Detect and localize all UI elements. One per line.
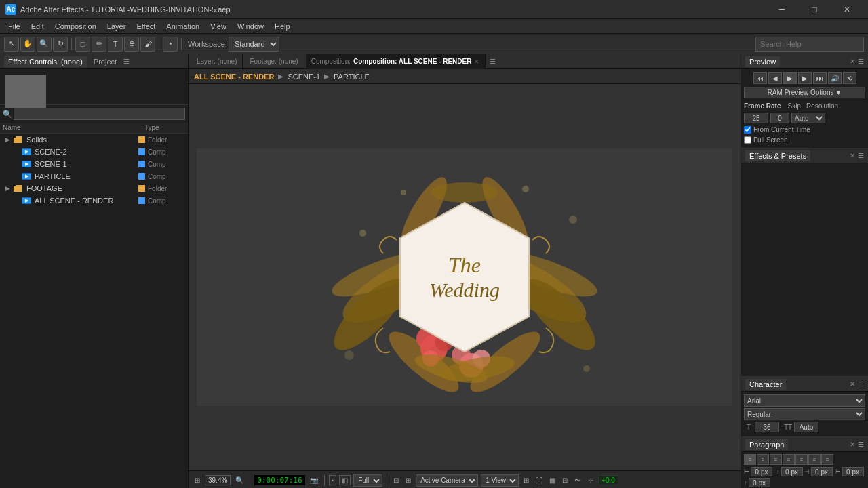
minimize-button[interactable]: ─ <box>766 0 797 19</box>
project-item-allscene[interactable]: ▶ ALL SCENE - RENDER Comp <box>0 195 188 207</box>
space-after-input[interactable] <box>781 467 803 476</box>
menu-effect[interactable]: Effect <box>131 19 161 34</box>
next-frame-btn[interactable]: ▶ <box>798 72 812 84</box>
project-item-scene1[interactable]: ▶ SCENE-1 Comp <box>0 158 188 170</box>
character-panel-menu[interactable]: ☰ <box>858 380 864 388</box>
align-left-btn[interactable]: ≡ <box>744 454 756 465</box>
breadcrumb-allscene[interactable]: ALL SCENE - RENDER <box>194 73 274 81</box>
font-family-select[interactable]: Arial <box>744 394 865 407</box>
audio-btn[interactable]: 🔊 <box>828 72 842 84</box>
project-item-particle[interactable]: ▶ PARTICLE Comp <box>0 170 188 182</box>
camera-select[interactable]: Active Camera <box>416 474 478 487</box>
effect-controls-tab[interactable]: Effect Controls: (none) <box>4 56 87 67</box>
preview-panel-menu[interactable]: ☰ <box>858 58 864 65</box>
menu-file[interactable]: File <box>3 19 26 34</box>
panel-menu-icon[interactable]: ☰ <box>123 58 130 65</box>
quality-select[interactable]: Full <box>353 474 382 487</box>
mask-btn[interactable]: ⊡ <box>560 476 570 485</box>
menu-composition[interactable]: Composition <box>50 19 102 34</box>
tool-clone[interactable]: ⊕ <box>124 37 139 52</box>
align-center-btn[interactable]: ≡ <box>757 454 769 465</box>
comp-panel-menu[interactable]: ☰ <box>490 58 496 65</box>
indent-left-input[interactable] <box>751 467 772 476</box>
effects-panel-close[interactable]: ✕ <box>850 152 855 159</box>
viewer-grid-btn[interactable]: ⊞ <box>193 476 202 485</box>
breadcrumb-scene1[interactable]: SCENE-1 <box>288 73 320 81</box>
space-before-input[interactable] <box>749 478 770 487</box>
leading-input[interactable] <box>794 422 818 432</box>
roi-btn[interactable]: ⊡ <box>391 476 401 485</box>
maximize-button[interactable]: □ <box>799 0 830 19</box>
safe-zones-btn[interactable]: ▦ <box>547 476 557 485</box>
project-item-scene2[interactable]: ▶ SCENE-2 Comp <box>0 146 188 158</box>
skip-value-input[interactable] <box>770 113 789 123</box>
search-help-input[interactable] <box>755 37 864 52</box>
prev-frame-btn[interactable]: ◀ <box>768 72 782 84</box>
effects-panel-menu[interactable]: ☰ <box>858 152 864 159</box>
motion-btn[interactable]: 〜 <box>572 475 583 486</box>
viewer-toolbar: ⊞ 39.4% 🔍 0:00:07:16 📷 ▪ ◧ Full ⊡ ⊞ Acti… <box>189 470 741 488</box>
svg-point-21 <box>569 216 577 224</box>
paragraph-panel-close[interactable]: ✕ <box>850 441 855 448</box>
go-to-end-btn[interactable]: ⏭ <box>813 72 827 84</box>
viewer-zoom-icon[interactable]: 🔍 <box>233 476 245 485</box>
menu-layer[interactable]: Layer <box>102 19 132 34</box>
font-size-input[interactable] <box>755 422 779 432</box>
justify-center-btn[interactable]: ≡ <box>795 454 808 465</box>
workspace-select[interactable]: Standard <box>229 37 279 52</box>
tool-select[interactable]: ↖ <box>4 37 19 52</box>
tool-puppet[interactable]: ⋆ <box>163 37 178 52</box>
ram-preview-btn[interactable]: RAM Preview Options ▼ <box>744 87 865 98</box>
close-button[interactable]: ✕ <box>831 0 863 19</box>
project-item-footage[interactable]: ▶ FOOTAGE Folder <box>0 182 188 195</box>
font-style-select[interactable]: Regular <box>744 408 865 420</box>
play-btn[interactable]: ▶ <box>783 72 797 84</box>
menu-view[interactable]: View <box>205 19 232 34</box>
fps-value-input[interactable] <box>744 113 768 123</box>
tool-pen[interactable]: ✏ <box>92 37 106 52</box>
tool-paint[interactable]: 🖌 <box>140 37 155 52</box>
paragraph-tab[interactable]: Paragraph <box>745 439 788 450</box>
comp-tab-close[interactable]: ✕ <box>474 58 479 65</box>
menu-edit[interactable]: Edit <box>26 19 50 34</box>
go-to-start-btn[interactable]: ⏮ <box>753 72 767 84</box>
menu-window[interactable]: Window <box>232 19 269 34</box>
tool-shape-rect[interactable]: □ <box>75 37 90 52</box>
character-panel-close[interactable]: ✕ <box>850 380 855 388</box>
tool-rotate[interactable]: ↻ <box>53 37 68 52</box>
viewer-cam-btn[interactable]: 📷 <box>308 476 320 485</box>
resolution-select[interactable]: Auto <box>791 113 825 123</box>
item-name: FOOTAGE <box>26 184 136 192</box>
menu-help[interactable]: Help <box>269 19 296 34</box>
full-screen-checkbox[interactable] <box>744 136 751 144</box>
from-current-time-checkbox[interactable] <box>744 126 751 134</box>
paragraph-panel-menu[interactable]: ☰ <box>858 441 864 448</box>
menu-animation[interactable]: Animation <box>161 19 205 34</box>
from-current-time-label: From Current Time <box>753 126 810 134</box>
layout-btn[interactable]: ⊞ <box>521 476 531 485</box>
project-item-solids[interactable]: ▶ Solids Folder <box>0 134 188 146</box>
grid-overlay-btn[interactable]: ⊞ <box>403 476 413 485</box>
project-tab[interactable]: Project <box>90 56 121 67</box>
fullscreen-btn[interactable]: ⛶ <box>534 476 545 485</box>
composition-viewer[interactable]: The Wedding <box>189 84 741 470</box>
loop-btn[interactable]: ⟲ <box>843 72 856 84</box>
indent-left2-input[interactable] <box>842 467 864 476</box>
view-select[interactable]: 1 View <box>481 474 519 487</box>
breadcrumb-particle[interactable]: PARTICLE <box>334 73 370 81</box>
composition-tab[interactable]: Composition: Composition: ALL SCENE - RE… <box>306 54 486 69</box>
align-right-btn[interactable]: ≡ <box>770 454 782 465</box>
preview-tab[interactable]: Preview <box>745 56 780 67</box>
project-search-input[interactable] <box>14 108 185 120</box>
tool-hand[interactable]: ✋ <box>20 37 35 52</box>
preview-panel-close[interactable]: ✕ <box>850 58 855 65</box>
justify-left-btn[interactable]: ≡ <box>783 454 795 465</box>
justify-all-btn[interactable]: ≡ <box>821 454 833 465</box>
indent-right-input[interactable] <box>811 467 833 476</box>
tool-text[interactable]: T <box>108 37 123 52</box>
tool-zoom[interactable]: 🔍 <box>37 37 52 52</box>
3d-btn[interactable]: ⊹ <box>586 476 595 485</box>
character-tab[interactable]: Character <box>745 379 786 390</box>
effects-tab[interactable]: Effects & Presets <box>745 150 810 161</box>
justify-right-btn[interactable]: ≡ <box>808 454 821 465</box>
